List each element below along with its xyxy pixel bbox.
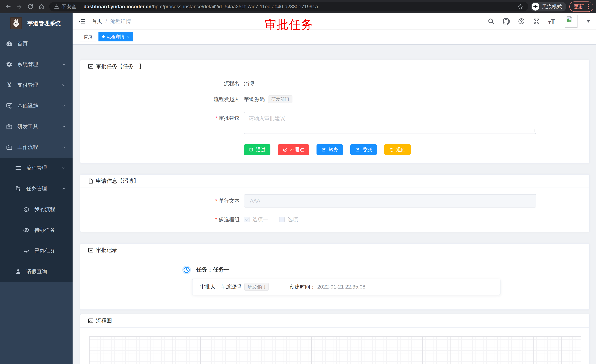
sidebar-item-todo-tasks[interactable]: 待办任务 [0,220,73,240]
card-body: 任务：任务一 审批人： 芋道源码 研发部门 创建时间： 2022-01-21 2… [80,257,589,309]
edit-icon [249,147,254,152]
eye-icon [22,226,30,234]
sidebar-item-label: 首页 [17,40,28,47]
sidebar-item-label: 已办任务 [34,247,55,254]
picture-icon [88,63,94,69]
incognito-label: 无痕模式 [542,3,562,10]
gear-icon [6,61,13,68]
browser-reload-icon[interactable] [27,3,34,10]
sidebar-item-home[interactable]: 首页 [0,33,73,54]
security-label[interactable]: 不安全 [61,3,76,10]
sidebar-item-devtools[interactable]: 研发工具 [0,116,73,137]
approver-name: 芋道源码 [221,283,241,290]
initiator-name: 芋道源码 [244,96,265,103]
edit-icon [321,147,326,152]
return-button[interactable]: 退回 [384,144,411,155]
update-button[interactable]: 更新 [569,1,593,12]
bpmn-canvas[interactable] [89,336,581,364]
top-navbar: 首页 / 流程详情 审批任务 TT [73,13,596,29]
tags-view: 首页 流程详情 × [73,29,596,45]
sidebar-item-label: 流程管理 [26,164,47,171]
font-size-icon[interactable]: TT [548,18,555,25]
sidebar-item-leave-query[interactable]: 请假查询 [0,261,73,282]
avatar[interactable] [565,15,577,28]
circle-close-icon [283,147,288,152]
card-title: 审批记录 [96,247,117,254]
checkbox-unchecked-icon [279,217,285,222]
url-text[interactable]: dashboard.yudao.iocoder.cn/bpm/process-i… [83,4,318,10]
search-icon[interactable] [488,18,495,25]
sidebar-item-label: 工作流程 [17,144,38,151]
chevron-down-icon [61,83,66,87]
approval-task-card: 审批任务【任务一】 流程名 滔博 流程发起人 芋道源码 研发部门 [80,59,590,163]
delegate-button[interactable]: 委派 [350,144,377,155]
approval-comment-input[interactable] [244,112,536,134]
chevron-down-icon [61,166,66,170]
browser-chrome: 不安全 dashboard.yudao.iocoder.cn/bpm/proce… [0,0,596,13]
sidebar: 芋道管理系统 首页 系统管理 ¥ 支付管理 基础设施 [0,13,73,364]
list-icon [15,164,22,172]
card-header: 审批记录 [80,244,589,257]
briefcase-icon [6,144,13,151]
approval-records-card: 审批记录 任务：任务一 审批人： 芋道源码 研发部门 创建时间： [80,243,590,310]
toolbox-icon [6,123,13,130]
application-info-card: 申请信息【滔博】 *单行文本 *多选框组 选项一 [80,174,590,232]
sidebar-item-done-tasks[interactable]: 已办任务 [0,240,73,261]
chevron-up-icon [61,145,66,150]
fullscreen-icon[interactable] [533,18,540,25]
reject-button[interactable]: 不通过 [278,144,309,155]
main-area: 首页 / 流程详情 审批任务 TT [73,13,596,364]
transfer-button[interactable]: 转办 [317,144,343,155]
active-tab-dot [102,35,105,38]
form-row-checkbox-group: *多选框组 选项一 选项二 [80,216,582,223]
checkbox-option-2: 选项二 [279,216,303,223]
approver-label: 审批人： [200,283,221,290]
monitor-icon [6,102,13,109]
field-label: 流程发起人 [80,96,244,103]
tab-home[interactable]: 首页 [80,32,96,41]
yen-icon: ¥ [6,81,13,89]
dept-tag: 研发部门 [268,95,292,103]
card-title: 申请信息【滔博】 [96,177,139,185]
caret-down-icon[interactable] [586,20,590,22]
card-header: 审批任务【任务一】 [80,60,589,73]
document-icon [88,178,94,184]
card-body [80,328,589,364]
app-title: 芋道管理系统 [27,20,61,27]
page-content: 审批任务【任务一】 流程名 滔博 流程发起人 芋道源码 研发部门 [73,45,596,364]
sidebar-item-system[interactable]: 系统管理 [0,54,73,75]
breadcrumb: 首页 / 流程详情 [92,18,131,25]
card-body: 流程名 滔博 流程发起人 芋道源码 研发部门 *审批建议 [80,73,589,163]
chevron-down-icon [61,124,66,129]
browser-back-icon[interactable] [5,3,12,10]
sidebar-item-workflow[interactable]: 工作流程 [0,137,73,158]
sidebar-item-label: 基础设施 [17,102,38,109]
card-title: 流程图 [96,317,112,324]
github-icon[interactable] [503,18,510,25]
sidebar-item-payment[interactable]: ¥ 支付管理 [0,75,73,95]
sidebar-item-my-process[interactable]: 我的流程 [0,199,73,220]
field-label: 流程名 [80,80,244,87]
dashboard-icon [6,40,13,47]
approve-button[interactable]: 通过 [244,144,270,155]
close-icon[interactable]: × [127,34,129,39]
sidebar-item-task-management[interactable]: 任务管理 [0,178,73,199]
sidebar-collapse-icon[interactable] [78,18,86,25]
browser-menu-icon[interactable] [587,4,590,9]
address-bar[interactable]: 不安全 dashboard.yudao.iocoder.cn/bpm/proce… [49,2,528,11]
help-icon[interactable] [518,18,525,25]
logo-row[interactable]: 芋道管理系统 [0,13,73,33]
browser-forward-icon[interactable] [16,3,23,10]
browser-home-icon[interactable] [38,3,45,10]
breadcrumb-home[interactable]: 首页 [92,18,102,25]
sidebar-item-label: 待办任务 [34,226,55,234]
bookmark-star-icon[interactable] [517,4,523,10]
sidebar-item-infrastructure[interactable]: 基础设施 [0,95,73,116]
screen: 不安全 dashboard.yudao.iocoder.cn/bpm/proce… [0,0,596,364]
flow-diagram-card: 流程图 [80,314,590,364]
incognito-badge: 无痕模式 [530,2,566,11]
tab-process-detail[interactable]: 流程详情 × [98,32,133,41]
breadcrumb-separator: / [105,18,107,24]
sidebar-item-label: 支付管理 [17,81,38,89]
sidebar-item-process-management[interactable]: 流程管理 [0,158,73,178]
